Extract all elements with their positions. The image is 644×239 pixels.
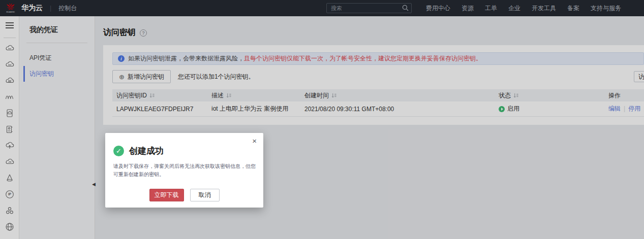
dialog-message: 请及时下载保存，弹窗关闭后将无法再次获取该密钥信息，但您可重新创建新的密钥。 xyxy=(105,157,263,179)
dialog-header: ✓ 创建成功 xyxy=(105,133,263,157)
dialog-footer: 立即下载 取消 xyxy=(105,189,263,201)
cancel-button[interactable]: 取消 xyxy=(190,189,220,201)
modal-backdrop xyxy=(0,0,644,239)
creation-success-dialog: × ✓ 创建成功 请及时下载保存，弹窗关闭后将无法再次获取该密钥信息，但您可重新… xyxy=(105,133,263,208)
close-icon[interactable]: × xyxy=(252,137,257,145)
app-window: HUAWEI 华为云 | 控制台 费用中心 资源 工单 企业 开发工具 备案 支… xyxy=(0,0,644,239)
success-check-icon: ✓ xyxy=(113,146,124,156)
dialog-title: 创建成功 xyxy=(129,145,164,157)
download-now-button[interactable]: 立即下载 xyxy=(149,189,184,201)
